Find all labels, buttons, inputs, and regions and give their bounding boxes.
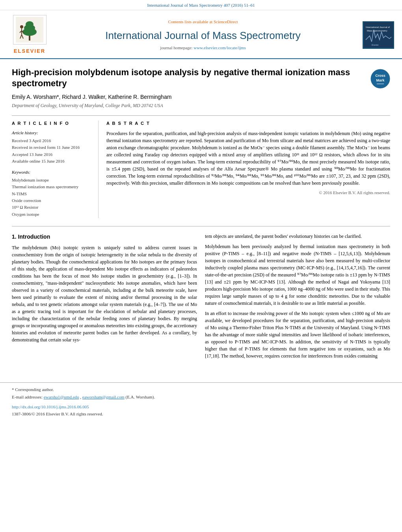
keyword-4: Oxide correction bbox=[12, 198, 92, 204]
keywords-section: Keywords: Molybdenum isotope Thermal ion… bbox=[12, 169, 92, 218]
crossmark-badge[interactable]: Cross Mark bbox=[370, 69, 390, 89]
homepage-prefix: journal homepage: bbox=[160, 45, 194, 50]
keyword-6: Oxygen isotope bbox=[12, 211, 92, 217]
history-item-3: Accepted 13 June 2016 bbox=[12, 152, 92, 158]
intro-para-col2-3: In an effort to increase the resolving p… bbox=[205, 310, 390, 360]
elsevier-label: ELSEVIER bbox=[14, 48, 45, 55]
doi-link[interactable]: http://dx.doi.org/10.1016/j.ijms.2016.06… bbox=[12, 404, 89, 409]
journal-logo: International Journal of Mass Spectromet… bbox=[363, 21, 394, 49]
keyword-5: 10¹² Ω Resistor bbox=[12, 204, 92, 210]
article-info-label: A R T I C L E I N F O bbox=[12, 120, 92, 126]
article-info-column: A R T I C L E I N F O Article history: R… bbox=[12, 120, 99, 218]
body-col-left: 1. Introduction The molybdenum (Mo) isot… bbox=[12, 233, 197, 363]
journal-header-right: International Journal of Mass Spectromet… bbox=[355, 21, 394, 49]
page-wrapper: International Journal of Mass Spectromet… bbox=[0, 0, 402, 423]
keywords-label: Keywords: bbox=[12, 169, 92, 175]
homepage-url[interactable]: www.elsevier.com/locate/ijms bbox=[194, 45, 246, 50]
history-item-2: Received in revised form 11 June 2016 bbox=[12, 145, 92, 150]
email-1[interactable]: ewarsha1@umd.edu bbox=[44, 395, 79, 399]
history-label: Article history: bbox=[12, 130, 92, 136]
footer-rights: 1387-3806/© 2016 Elsevier B.V. All right… bbox=[12, 411, 390, 417]
section-divider bbox=[12, 226, 390, 226]
svg-text:International Journal of: International Journal of bbox=[366, 26, 390, 28]
abstract-label: A B S T R A C T bbox=[106, 120, 390, 126]
elsevier-tree-image bbox=[13, 15, 47, 44]
sciencedirect-info: Contents lists available at ScienceDirec… bbox=[51, 19, 355, 25]
journal-citation: International Journal of Mass Spectromet… bbox=[147, 3, 255, 7]
journal-homepage: journal homepage: www.elsevier.com/locat… bbox=[51, 45, 355, 51]
keyword-2: Thermal ionization mass spectrometry bbox=[12, 184, 92, 190]
journal-header: ELSEVIER Contents lists available at Sci… bbox=[0, 10, 402, 59]
keyword-1: Molybdenum isotope bbox=[12, 177, 92, 183]
journal-title: International Journal of Mass Spectromet… bbox=[51, 28, 355, 43]
top-bar: International Journal of Mass Spectromet… bbox=[0, 0, 402, 10]
history-item-1: Received 3 April 2016 bbox=[12, 138, 92, 144]
body-two-col: 1. Introduction The molybdenum (Mo) isot… bbox=[12, 233, 390, 363]
intro-title: Introduction bbox=[18, 234, 50, 240]
elsevier-logo: ELSEVIER bbox=[8, 15, 51, 55]
svg-text:Mark: Mark bbox=[376, 78, 385, 82]
email-2[interactable]: eaworsham@gmail.com bbox=[82, 395, 125, 399]
svg-text:Mass Spectrometry: Mass Spectrometry bbox=[367, 30, 387, 32]
corresponding-author-label: * Corresponding author. bbox=[12, 387, 54, 392]
article-title-section: High-precision molybdenum isotope analys… bbox=[12, 67, 390, 89]
email-note: E-mail addresses: ewarsha1@umd.edu , eaw… bbox=[12, 394, 390, 400]
svg-text:Cross: Cross bbox=[375, 74, 385, 78]
corresponding-author-note: * Corresponding author. bbox=[12, 387, 390, 393]
article-content: High-precision molybdenum isotope analys… bbox=[0, 59, 402, 371]
history-item-4: Available online 15 June 2016 bbox=[12, 158, 92, 164]
copyright-line: © 2016 Elsevier B.V. All rights reserved… bbox=[106, 190, 390, 196]
article-authors: Emily A. Worsham*, Richard J. Walker, Ka… bbox=[12, 93, 390, 101]
article-title: High-precision molybdenum isotope analys… bbox=[12, 67, 365, 89]
body-col-right: tem objects are unrelated, the parent bo… bbox=[205, 233, 390, 363]
elsevier-logo-section: ELSEVIER bbox=[8, 15, 51, 55]
abstract-text: Procedures for the separation, purificat… bbox=[106, 130, 390, 187]
intro-heading: 1. Introduction bbox=[12, 233, 197, 241]
journal-header-center: Contents lists available at ScienceDirec… bbox=[51, 19, 355, 51]
intro-para-1: The molybdenum (Mo) isotopic system is u… bbox=[12, 244, 197, 343]
intro-para-col2-1: tem objects are unrelated, the parent bo… bbox=[205, 233, 390, 240]
svg-point-4 bbox=[26, 21, 34, 28]
svg-text:Elsevier: Elsevier bbox=[372, 44, 379, 46]
email-suffix: (E.A. Worsham). bbox=[125, 395, 155, 399]
article-affiliation: Department of Geology, University of Mar… bbox=[12, 102, 390, 109]
intro-number: 1. bbox=[12, 234, 17, 240]
article-footer: * Corresponding author. E-mail addresses… bbox=[0, 382, 402, 423]
email-label: E-mail addresses: bbox=[12, 395, 43, 399]
sciencedirect-prefix: Contents lists available at bbox=[168, 19, 213, 24]
sciencedirect-link-text[interactable]: ScienceDirect bbox=[214, 19, 238, 24]
intro-para-col2-2: Molybdenum has been previously analyzed … bbox=[205, 243, 390, 307]
keyword-3: N-TIMS bbox=[12, 191, 92, 197]
abstract-column: A B S T R A C T Procedures for the separ… bbox=[106, 120, 390, 218]
svg-point-5 bbox=[20, 25, 23, 28]
article-info-abstract-section: A R T I C L E I N F O Article history: R… bbox=[12, 115, 390, 218]
doi-line: http://dx.doi.org/10.1016/j.ijms.2016.06… bbox=[12, 403, 390, 410]
